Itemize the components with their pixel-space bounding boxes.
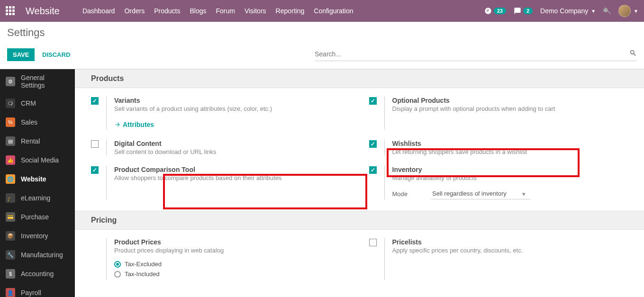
checkbox-inventory[interactable] bbox=[369, 166, 377, 174]
setting-pricelists: Pricelists Apply specific prices per cou… bbox=[360, 230, 638, 282]
radio-tax-included[interactable]: Tax-Included bbox=[114, 270, 350, 278]
sidebar-icon: 👤 bbox=[6, 288, 15, 297]
setting-optional: Optional Products Display a prompt with … bbox=[360, 88, 638, 131]
arrow-right-icon bbox=[114, 121, 121, 128]
nav-visitors[interactable]: Visitors bbox=[245, 7, 266, 15]
sidebar-item-purchase[interactable]: 💳Purchase bbox=[0, 207, 75, 226]
nav-orders[interactable]: Orders bbox=[124, 7, 145, 15]
setting-wishlists: Wishlists Let returning shoppers save pr… bbox=[360, 131, 638, 157]
checkbox-variants[interactable] bbox=[91, 97, 99, 105]
search-icon[interactable] bbox=[629, 49, 637, 59]
sidebar-icon: 💳 bbox=[6, 212, 15, 222]
save-button[interactable]: SAVE bbox=[7, 48, 35, 61]
sidebar-icon: 🔧 bbox=[6, 250, 15, 260]
nav-forum[interactable]: Forum bbox=[216, 7, 235, 15]
checkbox-comparison[interactable] bbox=[91, 166, 99, 174]
sidebar-item-social-media[interactable]: 👍Social Media bbox=[0, 151, 75, 170]
sidebar-icon: ⚙ bbox=[6, 77, 15, 86]
sidebar-icon: 🎓 bbox=[6, 193, 15, 203]
settings-sidebar: ⚙General Settings❍CRM%Sales▤Rental👍Socia… bbox=[0, 69, 75, 297]
sidebar-item-inventory[interactable]: 📦Inventory bbox=[0, 226, 75, 245]
sidebar-item-label: Payroll bbox=[21, 289, 41, 297]
section-products-title: Products bbox=[75, 69, 644, 88]
sidebar-item-rental[interactable]: ▤Rental bbox=[0, 132, 75, 151]
radio-icon bbox=[114, 261, 121, 268]
sidebar-item-label: eLearning bbox=[21, 194, 50, 202]
apps-icon[interactable] bbox=[6, 6, 15, 16]
sidebar-item-payroll[interactable]: 👤Payroll bbox=[0, 283, 75, 297]
messages-badge: 2 bbox=[523, 8, 533, 14]
radio-tax-excluded[interactable]: Tax-Excluded bbox=[114, 261, 350, 268]
checkbox-digital[interactable] bbox=[91, 140, 99, 148]
sidebar-item-label: Inventory bbox=[21, 232, 48, 240]
company-switcher[interactable]: Demo Company▼ bbox=[540, 7, 596, 15]
desc-variants: Sell variants of a product using attribu… bbox=[114, 105, 350, 112]
select-inventory-mode[interactable] bbox=[431, 188, 531, 199]
debug-icon[interactable] bbox=[603, 7, 611, 15]
sidebar-item-label: Website bbox=[21, 175, 46, 183]
chevron-down-icon: ▼ bbox=[634, 9, 638, 14]
setting-digital: Digital Content Sell content to download… bbox=[82, 131, 360, 157]
search-input[interactable] bbox=[315, 47, 629, 61]
setting-comparison: Product Comparison Tool Allow shoppers t… bbox=[82, 157, 360, 201]
control-panel: Settings SAVE DISCARD bbox=[0, 22, 644, 69]
setting-variants: Variants Sell variants of a product usin… bbox=[82, 88, 360, 131]
user-menu[interactable]: ▼ bbox=[618, 5, 638, 17]
sidebar-item-label: Sales bbox=[21, 118, 37, 126]
nav-reporting[interactable]: Reporting bbox=[276, 7, 305, 15]
checkbox-wishlists[interactable] bbox=[369, 140, 377, 148]
sidebar-icon: 👍 bbox=[6, 155, 15, 165]
sidebar-icon: $ bbox=[6, 269, 15, 279]
clock-icon bbox=[484, 7, 492, 15]
page-title: Settings bbox=[7, 27, 76, 39]
sidebar-item-label: CRM bbox=[21, 99, 36, 107]
sidebar-item-manufacturing[interactable]: 🔧Manufacturing bbox=[0, 245, 75, 264]
sidebar-icon: % bbox=[6, 117, 15, 127]
nav-products[interactable]: Products bbox=[154, 7, 180, 15]
link-attributes[interactable]: Attributes bbox=[114, 121, 154, 128]
messages-button[interactable]: 2 bbox=[514, 7, 533, 15]
sidebar-item-general-settings[interactable]: ⚙General Settings bbox=[0, 69, 75, 94]
nav-configuration[interactable]: Configuration bbox=[314, 7, 353, 15]
checkbox-optional[interactable] bbox=[369, 97, 377, 105]
sidebar-icon: ▤ bbox=[6, 136, 15, 146]
settings-content: Products Variants Sell variants of a pro… bbox=[75, 69, 644, 297]
nav-dashboard[interactable]: Dashboard bbox=[82, 7, 115, 15]
sidebar-item-label: Rental bbox=[21, 137, 40, 145]
sidebar-item-label: Purchase bbox=[21, 213, 49, 221]
nav-menu: Dashboard Orders Products Blogs Forum Vi… bbox=[82, 7, 354, 15]
sidebar-item-label: Manufacturing bbox=[21, 251, 63, 259]
nav-blogs[interactable]: Blogs bbox=[190, 7, 206, 15]
label-inventory-mode: Mode bbox=[392, 190, 408, 198]
brand[interactable]: Website bbox=[26, 6, 60, 17]
top-nav: Website Dashboard Orders Products Blogs … bbox=[0, 0, 644, 22]
sidebar-item-website[interactable]: 🌐Website bbox=[0, 170, 75, 189]
activities-button[interactable]: 23 bbox=[484, 7, 506, 15]
checkbox-pricelists[interactable] bbox=[369, 239, 377, 246]
label-variants: Variants bbox=[114, 97, 350, 104]
sidebar-item-label: Social Media bbox=[21, 156, 59, 164]
sidebar-icon: 📦 bbox=[6, 231, 15, 241]
sidebar-item-label: General Settings bbox=[21, 74, 69, 89]
sidebar-item-label: Accounting bbox=[21, 270, 54, 278]
sidebar-item-crm[interactable]: ❍CRM bbox=[0, 94, 75, 113]
radio-icon bbox=[114, 271, 121, 278]
sidebar-icon: ❍ bbox=[6, 99, 15, 108]
chat-icon bbox=[514, 7, 521, 15]
chevron-down-icon: ▼ bbox=[591, 9, 596, 14]
setting-inventory: Inventory Manage availability of product… bbox=[360, 157, 638, 201]
sidebar-item-accounting[interactable]: $Accounting bbox=[0, 264, 75, 283]
avatar bbox=[618, 5, 631, 17]
section-pricing-title: Pricing bbox=[75, 211, 644, 230]
sidebar-icon: 🌐 bbox=[6, 174, 15, 184]
setting-product-prices: Product Prices Product prices displaying… bbox=[82, 230, 360, 282]
discard-button[interactable]: DISCARD bbox=[36, 48, 76, 61]
sidebar-item-sales[interactable]: %Sales bbox=[0, 113, 75, 132]
activities-badge: 23 bbox=[494, 8, 506, 14]
sidebar-item-elearning[interactable]: 🎓eLearning bbox=[0, 189, 75, 207]
